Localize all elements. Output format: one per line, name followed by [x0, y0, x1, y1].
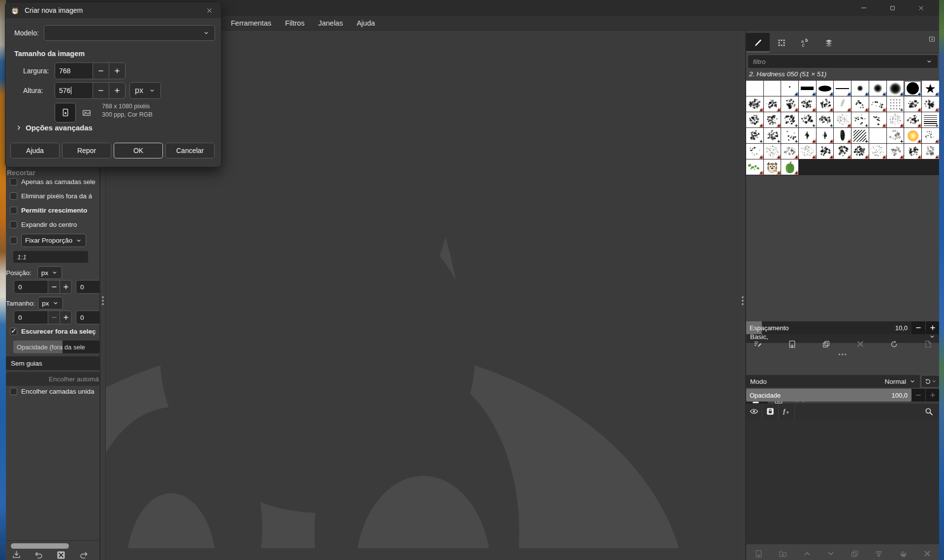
minimize-button[interactable] [850, 0, 878, 16]
reset-options-icon[interactable] [79, 550, 89, 560]
brush-cell[interactable]: + [781, 128, 799, 144]
advanced-options-expander[interactable]: Opções avançadas [15, 124, 93, 132]
brush-cell[interactable]: + [799, 144, 817, 159]
brush-cell[interactable]: + [817, 128, 834, 144]
position-unit-select[interactable]: px [37, 266, 62, 279]
help-button[interactable]: Ajuda [10, 143, 60, 158]
position-x-decrement[interactable] [48, 280, 60, 294]
checkbox[interactable] [10, 192, 17, 200]
brush-filter-input[interactable]: filtro [748, 55, 938, 68]
tab-fonts[interactable]: abc [793, 33, 817, 53]
checkbox[interactable] [10, 178, 17, 186]
brush-cell[interactable]: + [834, 81, 851, 96]
size-y-input[interactable]: 0 [76, 311, 100, 324]
checkbox-row-delete-pixels[interactable]: Eliminar pixéis fora da á [6, 192, 100, 200]
lower-layer-icon[interactable] [826, 549, 835, 558]
brush-cell[interactable]: + [781, 144, 799, 159]
brush-cell[interactable] [764, 81, 782, 96]
brush-cell[interactable]: + [887, 128, 905, 144]
brush-cell[interactable]: + [869, 144, 887, 159]
spacing-decrement[interactable] [912, 321, 925, 334]
dialog-close-button[interactable] [202, 3, 216, 17]
opacity-increment[interactable] [926, 389, 939, 402]
width-decrement[interactable] [93, 62, 109, 79]
menu-filtros[interactable]: Filtros [278, 19, 311, 27]
maximize-button[interactable] [878, 0, 907, 16]
model-select[interactable] [44, 25, 215, 41]
brush-cell[interactable]: + [904, 96, 922, 112]
reset-button[interactable]: Repor [62, 143, 111, 158]
ok-button[interactable]: OK [114, 143, 163, 158]
menu-janelas[interactable]: Janelas [312, 19, 350, 27]
position-x-increment[interactable] [60, 280, 72, 294]
brush-cell[interactable]: ★+ [922, 81, 939, 96]
brush-cell[interactable] [869, 128, 887, 144]
brush-cell[interactable]: + [851, 96, 869, 112]
brush-cell[interactable]: + [851, 144, 869, 159]
new-group-icon[interactable] [778, 549, 787, 559]
duplicate-brush-icon[interactable] [821, 340, 831, 349]
close-button[interactable] [907, 0, 935, 16]
brush-cell[interactable]: + [922, 128, 939, 144]
brush-cell[interactable]: + [904, 81, 922, 96]
size-unit-select[interactable]: px [38, 297, 63, 310]
brush-cell[interactable]: + [851, 128, 869, 144]
brush-cell[interactable]: + [799, 96, 817, 112]
brush-cell[interactable]: + [869, 112, 887, 128]
chevron-down-icon[interactable] [926, 58, 933, 65]
delete-layer-icon[interactable] [923, 549, 932, 558]
brush-cell[interactable]: + [904, 112, 922, 128]
brush-cell[interactable]: + [834, 112, 851, 128]
open-brush-icon[interactable] [923, 340, 933, 349]
checkbox[interactable] [10, 207, 17, 214]
unit-select[interactable]: px [129, 82, 161, 99]
brush-cell[interactable]: + [887, 112, 905, 128]
checkbox-row-layers-only[interactable]: Apenas as camadas sele [6, 178, 100, 186]
layers-list-empty[interactable] [746, 419, 939, 544]
height-input[interactable]: 576 [55, 82, 93, 99]
brush-cell[interactable]: + [764, 112, 782, 128]
visibility-toggle[interactable] [746, 404, 762, 419]
tab-patterns[interactable] [770, 33, 793, 53]
fix-ratio-select[interactable]: Fixar Proporção [21, 234, 86, 247]
brush-cell[interactable]: + [869, 96, 887, 112]
brush-cell[interactable]: + [887, 144, 905, 159]
lock-toggle[interactable] [762, 404, 779, 419]
brush-cell[interactable]: + [781, 112, 799, 128]
layer-opacity-slider[interactable]: Opacidade 100,0 [746, 389, 912, 402]
right-dock-splitter[interactable] [740, 31, 746, 560]
brush-cell[interactable]: + [817, 112, 834, 128]
brush-cell[interactable]: + [817, 96, 834, 112]
dialog-titlebar[interactable]: Criar nova imagem [5, 2, 221, 18]
search-layers-icon[interactable] [924, 407, 934, 416]
brush-cell[interactable]: + [746, 144, 764, 159]
mode-reset-button[interactable] [921, 375, 939, 388]
delete-options-icon[interactable] [56, 550, 66, 560]
cancel-button[interactable]: Cancelar [165, 143, 215, 158]
effects-toggle[interactable]: fx [779, 404, 795, 419]
new-layer-icon[interactable] [754, 549, 763, 559]
brush-cell[interactable]: + [922, 96, 939, 112]
brush-cell[interactable]: + [746, 159, 764, 175]
size-x-input[interactable]: 0 [14, 311, 48, 324]
height-decrement[interactable] [93, 82, 109, 99]
brush-cell[interactable]: + [764, 96, 782, 112]
spacing-slider[interactable]: Espaçamento 10,0 [746, 321, 912, 334]
dock-menu-icon[interactable] [928, 35, 936, 43]
mask-layer-icon[interactable] [899, 549, 908, 559]
brush-cell[interactable]: + [746, 96, 764, 112]
panel-grip[interactable]: ••• [746, 351, 939, 358]
position-x-input[interactable]: 0 [14, 280, 48, 294]
checkbox[interactable] [10, 388, 17, 395]
ratio-input[interactable]: 1:1 [13, 251, 88, 263]
new-brush-icon[interactable] [787, 340, 797, 349]
brush-cell[interactable]: + [887, 81, 905, 96]
tab-gradients[interactable] [817, 33, 841, 53]
tab-brushes[interactable] [746, 33, 770, 53]
merge-layer-icon[interactable] [874, 549, 883, 559]
brush-cell[interactable]: + [799, 112, 817, 128]
width-input[interactable]: 768 [55, 62, 93, 79]
checkbox-row-expand-center[interactable]: Expandir do centro [6, 221, 100, 228]
raise-layer-icon[interactable] [803, 549, 812, 558]
spacing-increment[interactable] [926, 321, 939, 334]
